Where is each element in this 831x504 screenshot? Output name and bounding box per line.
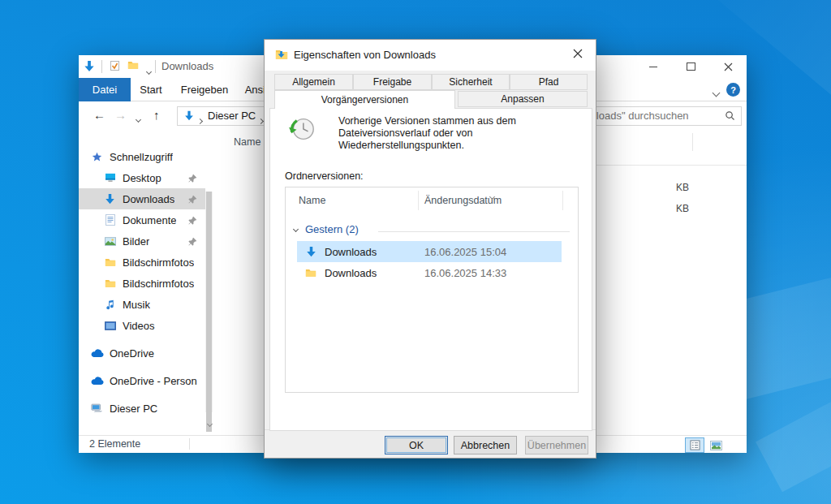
sidebar-item-downloads[interactable]: Downloads [79, 188, 205, 209]
pin-icon [188, 236, 197, 248]
scrollbar-thumb[interactable] [206, 192, 212, 432]
sidebar-item-dieser-pc[interactable]: Dieser PC [79, 398, 205, 419]
tab-anpassen[interactable]: Anpassen [458, 91, 588, 107]
chevron-right-icon[interactable] [198, 114, 202, 126]
window-title: Downloads [161, 60, 213, 72]
maximize-icon [687, 62, 695, 71]
pin-icon [188, 173, 197, 185]
sidebar-item-desktop[interactable]: Desktop [79, 167, 205, 188]
restore-clock-icon [285, 114, 317, 147]
list-group-header[interactable]: Gestern (2) [294, 223, 359, 235]
folder-icon [304, 268, 318, 278]
scroll-down-icon[interactable] [208, 416, 212, 429]
recent-locations-icon[interactable] [136, 112, 140, 124]
downloads-folder-icon [184, 110, 194, 123]
sidebar-item-videos[interactable]: Videos [79, 315, 205, 336]
download-icon [103, 193, 117, 205]
search-icon[interactable] [725, 110, 735, 123]
chevron-down-icon [293, 226, 299, 232]
ribbon-tab-freigeben[interactable]: Freigeben [171, 78, 238, 101]
tab-pfad[interactable]: Pfad [510, 74, 588, 90]
forward-button[interactable]: → [114, 108, 127, 122]
version-row[interactable]: Downloads 16.06.2025 14:33 [297, 262, 562, 283]
minimize-button[interactable] [635, 55, 672, 78]
ribbon-tab-datei[interactable]: Datei [79, 78, 131, 101]
apply-button[interactable]: Übernehmen [525, 436, 588, 454]
wallpaper-light-beam [756, 328, 831, 493]
details-view-icon [690, 440, 700, 450]
pin-icon [188, 194, 197, 206]
column-header-name[interactable]: Name [234, 136, 260, 148]
help-icon[interactable]: ? [726, 83, 740, 97]
sidebar-scrollbar[interactable] [205, 192, 213, 412]
qat-dropdown-icon[interactable] [147, 64, 151, 76]
dialog-close-button[interactable] [560, 40, 596, 67]
pin-icon [188, 215, 197, 227]
tab-allgemein[interactable]: Allgemein [274, 74, 353, 90]
column-divider[interactable] [562, 191, 563, 210]
download-icon [304, 246, 318, 257]
back-button[interactable]: ← [93, 108, 105, 122]
thumbnail-view-button[interactable] [706, 437, 726, 453]
separator [101, 60, 102, 73]
sidebar-item-schnellzugriff[interactable]: Schnellzugriff [79, 146, 205, 167]
desktop-wallpaper: Downloads Datei Start Freigeben Ansicht … [0, 0, 831, 504]
column-name[interactable]: Name [299, 195, 325, 206]
folder-versions-list: Name Änderungsdatum Gestern (2) Download… [285, 187, 579, 393]
previous-versions-page: Vorherige Versionen stammen aus dem Date… [269, 108, 592, 431]
ok-button[interactable]: OK [385, 436, 448, 454]
sidebar-item-musik[interactable]: Musik [79, 294, 205, 315]
chevron-right-icon[interactable] [259, 114, 263, 126]
dialog-title: Eigenschaften von Downloads [294, 49, 436, 61]
picture-icon [103, 237, 117, 246]
tab-vorgaengerversionen[interactable]: Vorgängerversionen [274, 90, 455, 109]
sidebar-item-onedrive-personal[interactable]: OneDrive - Person [79, 370, 205, 391]
properties-dialog: Eigenschaften von Downloads Allgemein Fr… [264, 39, 596, 459]
sidebar-item-onedrive[interactable]: OneDrive [79, 342, 205, 364]
tab-freigabe[interactable]: Freigabe [353, 74, 432, 90]
desktop-icon [103, 173, 117, 183]
column-header-line [596, 165, 747, 166]
pc-icon [90, 403, 104, 413]
separator [189, 438, 190, 450]
downloads-folder-icon [275, 49, 288, 62]
tab-sicherheit[interactable]: Sicherheit [432, 74, 510, 90]
downloads-folder-icon [84, 60, 95, 75]
folder-icon [103, 257, 117, 267]
minimize-icon [649, 67, 657, 67]
close-button[interactable] [709, 55, 747, 78]
up-button[interactable]: ↑ [153, 108, 160, 122]
sidebar-item-dokumente[interactable]: Dokumente [79, 209, 205, 230]
sidebar-item-bilder[interactable]: Bilder [79, 230, 205, 252]
music-icon [103, 299, 117, 310]
version-row-selected[interactable]: Downloads 16.06.2025 15:04 [297, 241, 562, 262]
cloud-icon [90, 377, 104, 386]
ribbon-collapse-icon[interactable] [713, 86, 719, 98]
file-size: KB [640, 203, 689, 214]
navigation-pane: Schnellzugriff Desktop Downloads Dokumen… [79, 130, 215, 435]
column-divider[interactable] [418, 191, 419, 210]
group-divider-line [378, 231, 570, 232]
column-divider [692, 133, 693, 151]
maximize-button[interactable] [672, 55, 709, 78]
sort-indicator-icon [490, 190, 494, 201]
thumbnail-view-icon [710, 441, 722, 450]
new-folder-icon[interactable] [127, 60, 139, 72]
sidebar-item-bildschirmfotos-1[interactable]: Bildschirmfotos [79, 252, 205, 273]
folder-icon [103, 278, 117, 288]
close-icon [573, 49, 583, 58]
close-icon [724, 62, 733, 71]
properties-check-icon[interactable] [110, 60, 120, 74]
details-view-button[interactable] [685, 437, 704, 453]
dialog-footer: OK Abbrechen Übernehmen [265, 429, 596, 458]
item-count: 2 Elemente [89, 438, 140, 450]
dialog-titlebar: Eigenschaften von Downloads [265, 40, 596, 71]
description-text: Vorherige Versionen stammen aus dem Date… [338, 115, 516, 152]
sidebar-item-bildschirmfotos-2[interactable]: Bildschirmfotos [79, 273, 205, 294]
folder-versions-label: Ordnerversionen: [285, 170, 364, 182]
list-header: Name Änderungsdatum [286, 187, 578, 213]
ribbon-tab-start[interactable]: Start [131, 78, 171, 101]
breadcrumb-dieser-pc[interactable]: Dieser PC [208, 110, 256, 122]
cancel-button[interactable]: Abbrechen [454, 436, 517, 454]
cloud-icon [90, 349, 104, 358]
